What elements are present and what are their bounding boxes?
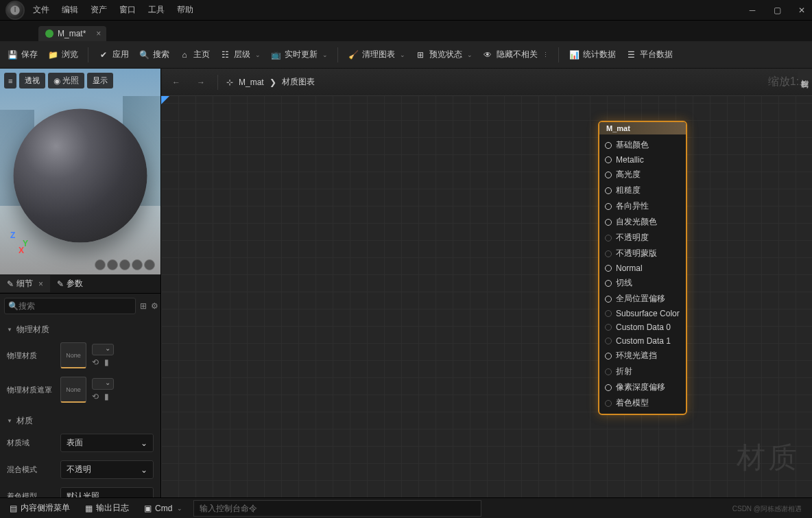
palette-tab[interactable]: 控制板 bbox=[798, 69, 812, 80]
menu-help[interactable]: 帮助 bbox=[177, 4, 193, 16]
live-update-button[interactable]: 📺实时更新⌄ bbox=[270, 49, 328, 60]
pin-ring-icon bbox=[605, 219, 612, 226]
browse-button[interactable]: 📁浏览 bbox=[47, 49, 78, 60]
stats-button[interactable]: 📊统计数据 bbox=[569, 49, 616, 60]
browse-asset-icon[interactable]: ▮ bbox=[104, 357, 114, 367]
prop-label: 物理材质遮罩 bbox=[7, 385, 55, 395]
node-pin[interactable]: 基础颜色 bbox=[599, 137, 686, 153]
minimize-button[interactable]: ─ bbox=[748, 5, 757, 15]
node-pin[interactable]: Custom Data 1 bbox=[599, 334, 686, 348]
material-output-node[interactable]: M_mat 基础颜色Metallic高光度粗糙度各向异性自发光颜色不透明度不透明… bbox=[598, 121, 687, 415]
cmd-dropdown[interactable]: ▣Cmd⌄ bbox=[140, 502, 187, 515]
node-pin[interactable]: Metallic bbox=[599, 153, 686, 167]
shape-cube-button[interactable] bbox=[132, 259, 143, 270]
search-button[interactable]: 🔍搜索 bbox=[139, 49, 169, 60]
tab-parameters[interactable]: ✎ 参数 bbox=[50, 275, 90, 292]
close-icon[interactable]: × bbox=[38, 279, 43, 289]
pin-ring-icon bbox=[605, 142, 612, 149]
crumb-root[interactable]: M_mat bbox=[239, 78, 264, 87]
title-bar: 文件 编辑 资产 窗口 工具 帮助 ─ ▢ ✕ bbox=[0, 0, 812, 21]
show-button[interactable]: 显示 bbox=[87, 73, 113, 89]
browse-asset-icon[interactable]: ▮ bbox=[104, 392, 114, 401]
node-pin[interactable]: 环境光遮挡 bbox=[599, 348, 686, 364]
nav-back-button[interactable]: ← bbox=[168, 74, 184, 91]
settings-button[interactable]: ⚙ bbox=[151, 300, 158, 312]
node-pin[interactable]: Normal bbox=[599, 261, 686, 275]
search-input[interactable] bbox=[4, 298, 136, 314]
lit-button[interactable]: ◉光照 bbox=[48, 73, 84, 89]
menu-tools[interactable]: 工具 bbox=[148, 4, 165, 16]
document-tab-bar: M_mat* × bbox=[0, 21, 812, 41]
domain-dropdown[interactable]: 表面⌄ bbox=[60, 434, 154, 452]
preview-sphere bbox=[14, 109, 147, 243]
tab-details[interactable]: ✎ 细节 × bbox=[0, 275, 50, 292]
preview-menu-button[interactable]: ≡ bbox=[4, 73, 16, 89]
node-pin[interactable]: 粗糙度 bbox=[599, 183, 686, 198]
node-pin[interactable]: 切线 bbox=[599, 275, 686, 291]
clean-graph-button[interactable]: 🧹清理图表⌄ bbox=[348, 49, 405, 60]
nav-forward-button[interactable]: → bbox=[193, 74, 209, 91]
asset-dropdown[interactable] bbox=[92, 378, 114, 390]
shape-mesh-button[interactable] bbox=[144, 259, 155, 270]
node-title: M_mat bbox=[599, 122, 686, 134]
shape-sphere-button[interactable] bbox=[107, 259, 118, 270]
node-pin[interactable]: 像素深度偏移 bbox=[599, 379, 686, 395]
tab-close-button[interactable]: × bbox=[96, 29, 101, 38]
prop-physical-material: 物理材质 None ⟲ ▮ bbox=[0, 338, 160, 373]
content-drawer-button[interactable]: ▤内容侧滑菜单 bbox=[5, 500, 74, 516]
node-pin[interactable]: Subsurface Color bbox=[599, 307, 686, 320]
node-pin[interactable]: Custom Data 0 bbox=[599, 320, 686, 334]
blend-dropdown[interactable]: 不透明⌄ bbox=[60, 460, 154, 479]
chevron-down-icon: ⌄ bbox=[322, 51, 328, 58]
pin-label: 自发光颜色 bbox=[616, 216, 657, 228]
material-graph[interactable]: ← → ⊹ M_mat ❯ 材质图表 缩放1:1 M_mat 基础颜色Metal… bbox=[161, 69, 812, 497]
menu-asset[interactable]: 资产 bbox=[91, 4, 107, 16]
save-button[interactable]: 💾保存 bbox=[7, 49, 38, 60]
section-header[interactable]: 物理材质 bbox=[0, 321, 160, 338]
menu-edit[interactable]: 编辑 bbox=[62, 4, 78, 16]
pin-ring-icon bbox=[605, 187, 612, 194]
use-asset-icon[interactable]: ⟲ bbox=[92, 392, 102, 401]
shape-plane-button[interactable] bbox=[119, 259, 130, 270]
node-pin[interactable]: 高光度 bbox=[599, 167, 686, 183]
document-tab[interactable]: M_mat* × bbox=[38, 26, 106, 41]
chevron-down-icon: ⌄ bbox=[141, 492, 147, 498]
grid-view-button[interactable]: ⊞ bbox=[140, 300, 147, 312]
section-physical-material: 物理材质 物理材质 None ⟲ ▮ 物理材质遮罩 None bbox=[0, 318, 160, 410]
menu-window[interactable]: 窗口 bbox=[119, 4, 136, 16]
console-input[interactable] bbox=[193, 500, 481, 517]
asset-dropdown[interactable] bbox=[92, 344, 114, 355]
shape-cylinder-button[interactable] bbox=[95, 259, 106, 270]
menu-file[interactable]: 文件 bbox=[33, 4, 49, 16]
material-preview[interactable]: ≡ 透视 ◉光照 显示 Z Y X bbox=[0, 69, 160, 274]
prop-shading-model: 着色模型 默认光照⌄ bbox=[0, 483, 160, 497]
graph-icon: ⊹ bbox=[226, 78, 233, 87]
pin-label: Subsurface Color bbox=[616, 309, 680, 318]
maximize-button[interactable]: ▢ bbox=[772, 5, 782, 15]
use-asset-icon[interactable]: ⟲ bbox=[92, 357, 102, 367]
node-pin[interactable]: 不透明度 bbox=[599, 230, 686, 246]
section-header[interactable]: 材质 bbox=[0, 412, 160, 429]
node-pin[interactable]: 各向异性 bbox=[599, 198, 686, 214]
platform-button[interactable]: ☰平台数据 bbox=[625, 49, 673, 60]
hide-unrelated-button[interactable]: 👁隐藏不相关⋮ bbox=[482, 49, 549, 60]
apply-button[interactable]: ✔应用 bbox=[98, 49, 129, 60]
shading-dropdown[interactable]: 默认光照⌄ bbox=[60, 487, 154, 497]
folder-icon: 📁 bbox=[47, 49, 58, 60]
node-pin[interactable]: 着色模型 bbox=[599, 395, 686, 411]
home-button[interactable]: ⌂主页 bbox=[179, 49, 210, 60]
divider bbox=[337, 47, 338, 62]
node-pin[interactable]: 折射 bbox=[599, 364, 686, 379]
asset-thumbnail[interactable]: None bbox=[60, 342, 86, 368]
prop-controls: ⟲ ▮ bbox=[92, 344, 114, 367]
node-pin[interactable]: 全局位置偏移 bbox=[599, 291, 686, 307]
node-pin[interactable]: 自发光颜色 bbox=[599, 214, 686, 230]
hierarchy-button[interactable]: ☷层级⌄ bbox=[219, 49, 261, 60]
preview-state-button[interactable]: ⊞预览状态⌄ bbox=[415, 49, 473, 60]
node-pin[interactable]: 不透明蒙版 bbox=[599, 246, 686, 261]
close-button[interactable]: ✕ bbox=[797, 5, 807, 15]
output-log-button[interactable]: ▦输出日志 bbox=[81, 500, 133, 516]
pin-ring-icon bbox=[605, 353, 612, 360]
asset-thumbnail[interactable]: None bbox=[60, 377, 86, 403]
perspective-button[interactable]: 透视 bbox=[19, 73, 45, 89]
